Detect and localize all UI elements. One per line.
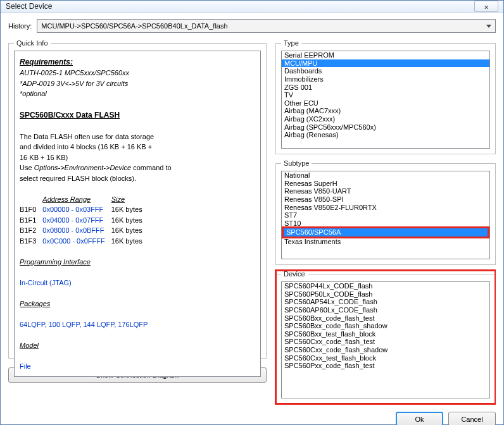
- device-title: SPC560B/Cxxx Data FLASH: [20, 109, 249, 121]
- list-item[interactable]: Airbag (XC2xxx): [282, 115, 489, 123]
- requirements-heading: Requirements:: [20, 56, 249, 68]
- desc-line: Use Options->Environment->Device command…: [20, 163, 249, 173]
- packages-heading: Packages: [20, 299, 249, 309]
- close-icon: ⨉: [484, 3, 488, 11]
- list-item[interactable]: MCU/MPU: [282, 59, 489, 68]
- desc-line: 16 KB + 16 KB): [20, 152, 249, 163]
- right-column: Type Serial EEPROMMCU/MPUDashboardsImmob…: [275, 39, 496, 425]
- main-area: Quick Info Requirements: AUTH-0025-1 MPC…: [8, 39, 496, 425]
- type-group: Type Serial EEPROMMCU/MPUDashboardsImmob…: [275, 39, 496, 154]
- list-item[interactable]: Airbag (SPC56xxx/MPC560x): [282, 123, 489, 132]
- list-item[interactable]: Airbag (Renesas): [282, 131, 489, 139]
- quickinfo-group: Quick Info Requirements: AUTH-0025-1 MPC…: [8, 39, 267, 359]
- titlebar: Select Device ⨉: [1, 1, 503, 13]
- subtype-group: Subtype NationalRenesas SuperHRenesas V8…: [275, 159, 496, 265]
- ok-button[interactable]: Ok: [396, 412, 443, 425]
- desc-line: and divided into 4 blocks (16 KB + 16 KB…: [20, 142, 249, 152]
- list-item[interactable]: SPC560Pxx_code_flash_test: [282, 362, 489, 370]
- device-group: Device SPC560P44Lx_CODE_flashSPC560P50Lx…: [275, 270, 496, 404]
- model-heading: Model: [20, 340, 249, 351]
- list-item[interactable]: Renesas SuperH: [282, 180, 489, 188]
- device-listbox[interactable]: SPC560P44Lx_CODE_flashSPC560P50Lx_CODE_f…: [281, 281, 490, 398]
- list-item[interactable]: Airbag (MAC7xxx): [282, 107, 489, 115]
- cancel-button[interactable]: Cancel: [448, 412, 496, 425]
- model-link[interactable]: File: [20, 361, 249, 372]
- quickinfo-text[interactable]: Requirements: AUTH-0025-1 MPC5xxx/SPC560…: [14, 51, 261, 377]
- list-item[interactable]: SPC560P50Lx_CODE_flash: [282, 290, 489, 299]
- flash-range-link[interactable]: 0x00000 - 0x03FFF: [42, 204, 111, 215]
- dialog-window: Select Device ⨉ History: MCU/MPU->SPC560…: [0, 0, 504, 425]
- list-item[interactable]: SPC560AP54Lx_CODE_flash: [282, 298, 489, 306]
- type-legend: Type: [281, 39, 301, 47]
- desc-line: select required FLASH block (blocks).: [20, 173, 249, 184]
- progif-link[interactable]: In-Circuit (JTAG): [20, 278, 249, 288]
- list-item[interactable]: Renesas V850E2-FLUR0RTX: [282, 204, 489, 212]
- chevron-down-icon: [486, 25, 491, 28]
- quickinfo-legend: Quick Info: [14, 39, 51, 47]
- req-line: AUTH-0025-1 MPC5xxx/SPC560xx: [20, 68, 249, 78]
- history-combo[interactable]: MCU/MPU->SPC560/SPC56A->SPC560B40Lx_DATA…: [37, 19, 496, 33]
- list-item[interactable]: SPC560Cxx_code_flash_test: [282, 338, 489, 346]
- list-item[interactable]: SPC560AP60Lx_CODE_flash: [282, 306, 489, 314]
- device-legend: Device: [281, 270, 308, 278]
- list-item[interactable]: TV: [282, 91, 489, 99]
- list-item[interactable]: SPC560Bxx_code_flash_shadow: [282, 322, 489, 330]
- list-item[interactable]: Renesas V850-SPI: [282, 195, 489, 204]
- list-item[interactable]: Immobilizers: [282, 75, 489, 83]
- flash-row: B1F00x00000 - 0x03FFF16K bytes: [20, 204, 149, 215]
- type-listbox[interactable]: Serial EEPROMMCU/MPUDashboardsImmobilize…: [281, 51, 490, 149]
- list-item[interactable]: ST7: [282, 211, 489, 219]
- list-item[interactable]: Renesas V850-UART: [282, 187, 489, 195]
- list-item[interactable]: SPC560Bxx_test_flash_block: [282, 330, 489, 338]
- left-column: Quick Info Requirements: AUTH-0025-1 MPC…: [8, 39, 267, 425]
- flash-row: B1F10x04000 - 0x07FFF16K bytes: [20, 215, 149, 226]
- subtype-listbox[interactable]: NationalRenesas SuperHRenesas V850-UARTR…: [281, 171, 490, 259]
- flash-range-link[interactable]: 0x08000 - 0x0BFFF: [42, 225, 111, 236]
- list-item[interactable]: Dashboards: [282, 67, 489, 75]
- list-item[interactable]: SPC560Cxx_test_flash_block: [282, 354, 489, 362]
- list-item[interactable]: Serial EEPROM: [282, 51, 489, 59]
- history-label: History:: [8, 22, 32, 30]
- flash-row: B1F30x0C000 - 0x0FFFF16K bytes: [20, 236, 149, 247]
- progif-heading: Programming Interface: [20, 257, 249, 268]
- list-item[interactable]: ZGS 001: [282, 83, 489, 92]
- list-item[interactable]: SPC560Cxx_code_flash_shadow: [282, 346, 489, 354]
- flash-range-link[interactable]: 0x0C000 - 0x0FFFF: [42, 236, 111, 247]
- list-item[interactable]: National: [282, 171, 489, 180]
- subtype-legend: Subtype: [281, 159, 312, 167]
- list-item[interactable]: SPC560Bxx_code_flash_test: [282, 314, 489, 323]
- packages-link[interactable]: 64LQFP, 100 LQFP, 144 LQFP, 176LQFP: [20, 319, 249, 330]
- flash-table: Address RangeSizeB1F00x00000 - 0x03FFF16…: [20, 194, 149, 247]
- list-item[interactable]: Texas Instruments: [282, 238, 489, 246]
- flash-row: B1F20x08000 - 0x0BFFF16K bytes: [20, 225, 149, 236]
- window-title: Select Device: [6, 2, 52, 11]
- dialog-buttons: Ok Cancel: [275, 409, 496, 425]
- list-item[interactable]: SPC560P44Lx_CODE_flash: [282, 282, 489, 290]
- list-item[interactable]: SPC560/SPC56A: [284, 228, 488, 237]
- history-row: History: MCU/MPU->SPC560/SPC56A->SPC560B…: [8, 19, 496, 33]
- req-line: *ADP-0019 3V<->5V for 3V circuits: [20, 78, 249, 89]
- flash-range-link[interactable]: 0x04000 - 0x07FFF: [42, 215, 111, 226]
- desc-line: The Data FLASH often use for data storag…: [20, 132, 249, 142]
- close-button[interactable]: ⨉: [474, 1, 498, 12]
- client-area: History: MCU/MPU->SPC560/SPC56A->SPC560B…: [1, 13, 503, 425]
- list-item[interactable]: Other ECU: [282, 99, 489, 108]
- req-optional: *optional: [20, 89, 249, 99]
- history-value: MCU/MPU->SPC560/SPC56A->SPC560B40Lx_DATA…: [41, 22, 227, 30]
